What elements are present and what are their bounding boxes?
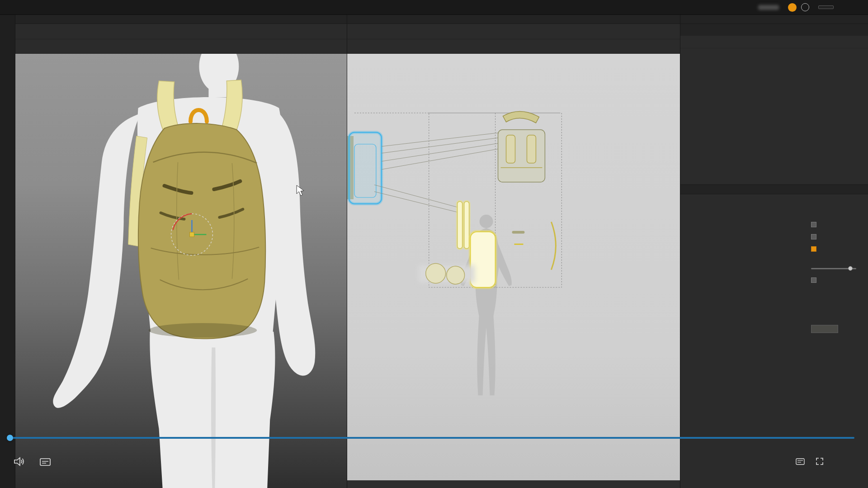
- skip-forward-button[interactable]: [450, 474, 468, 488]
- speaker-icon: [14, 456, 26, 467]
- application-window: [0, 0, 868, 488]
- subtitles-button[interactable]: [40, 458, 51, 466]
- pattern-piece-circle[interactable]: [447, 266, 465, 284]
- subtitles-icon: [40, 458, 51, 466]
- pattern-piece-arc[interactable]: [551, 222, 556, 270]
- fullscreen-button[interactable]: [816, 457, 824, 465]
- volume-button[interactable]: [14, 456, 26, 467]
- toolbar-3d-row1: [15, 24, 347, 39]
- section-selected-line[interactable]: [680, 206, 868, 219]
- avatar-back-seam: [211, 347, 216, 488]
- double-sided-checkbox[interactable]: [811, 277, 816, 283]
- viewport-3d-canvas[interactable]: [15, 54, 347, 488]
- simulation-mode-button[interactable]: [818, 5, 834, 9]
- avatar-3d-scene: [15, 54, 347, 488]
- pattern-piece-circle[interactable]: [426, 263, 446, 283]
- object-browser-tabs: [680, 24, 868, 36]
- right-panel: [680, 15, 868, 488]
- progress-handle[interactable]: [7, 435, 13, 441]
- progress-bar[interactable]: [10, 437, 854, 439]
- storyboard-icon: [796, 458, 805, 465]
- viewport-3d-titlebar: [15, 15, 347, 24]
- section-simulation-properties[interactable]: [680, 286, 868, 299]
- property-editor-body: [680, 194, 868, 335]
- property-row-fabric: [680, 323, 868, 335]
- menubar-right: [758, 3, 865, 12]
- toolbar-2d-row1: [347, 24, 680, 39]
- fullscreen-icon: [816, 457, 824, 465]
- sewing-lines: [374, 133, 500, 213]
- toolbar-2d-row2: [347, 39, 680, 54]
- blurred-username: [758, 5, 779, 10]
- toolbar-3d-row2: [15, 39, 347, 54]
- object-browser-titlebar: [680, 15, 868, 24]
- viewport-3d-window: [15, 15, 347, 488]
- pattern-piece-dash: [514, 244, 523, 245]
- curvature-slider-knob[interactable]: [848, 266, 853, 271]
- viewport-2d-window: [347, 15, 680, 488]
- property-row-pressure[interactable]: [680, 299, 868, 311]
- viewport-2d-canvas[interactable]: [347, 54, 680, 480]
- elastic-checkbox[interactable]: [811, 222, 816, 227]
- pattern-piece-bar[interactable]: [512, 231, 525, 234]
- skip-back-button[interactable]: [402, 455, 420, 474]
- property-row-seam-taping: [680, 231, 868, 243]
- viewport-2d-margin: [347, 480, 680, 488]
- help-icon[interactable]: [801, 3, 809, 11]
- fabric-list: [680, 48, 868, 184]
- property-row-curvature: [680, 255, 868, 274]
- seam-taping-checkbox[interactable]: [811, 234, 816, 239]
- pattern-piece-blue[interactable]: [349, 132, 382, 204]
- backpack[interactable]: [138, 110, 265, 339]
- section-fabric[interactable]: [680, 311, 868, 323]
- fabric-assignment-swatch[interactable]: [811, 325, 838, 333]
- storyboard-button[interactable]: [796, 458, 805, 465]
- object-browser-actions: [680, 36, 868, 48]
- property-editor-titlebar: [680, 184, 868, 194]
- section-curved-side-geometry[interactable]: [680, 243, 868, 255]
- curved-side-checkbox[interactable]: [811, 246, 816, 252]
- menubar: [0, 0, 868, 15]
- property-row-name: [680, 194, 868, 206]
- curvature-slider[interactable]: [811, 268, 856, 269]
- clo-set-icon[interactable]: [788, 3, 797, 12]
- property-row-double-sided: [680, 274, 868, 286]
- pattern-2d-scene: [347, 54, 680, 480]
- pattern-piece-vest[interactable]: [498, 130, 545, 182]
- left-dock-rail: [0, 15, 15, 488]
- property-row-elastic: [680, 219, 868, 231]
- pattern-piece-strips[interactable]: [458, 202, 469, 249]
- viewport-2d-titlebar: [347, 15, 680, 24]
